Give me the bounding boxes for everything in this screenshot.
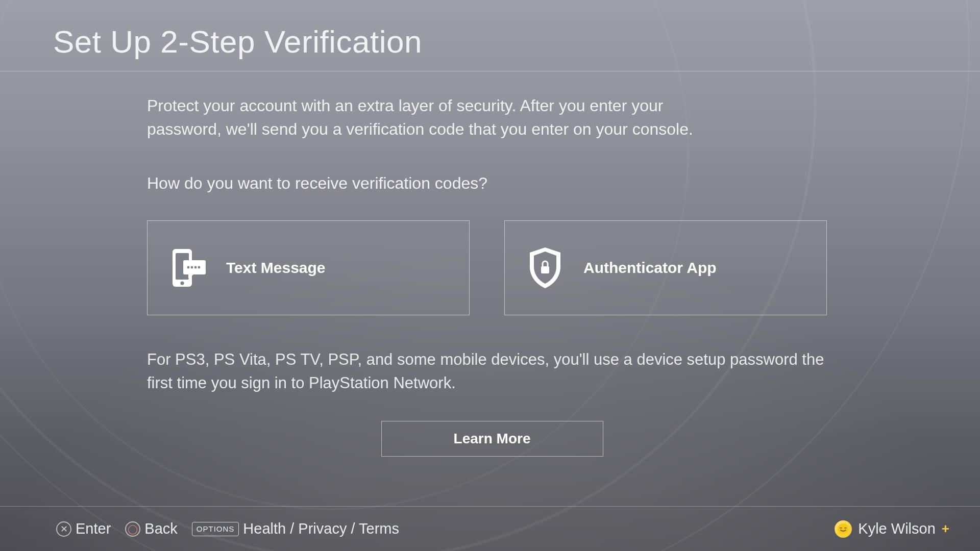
user-name: Kyle Wilson	[858, 520, 936, 537]
learn-more-button[interactable]: Learn More	[381, 421, 603, 457]
question-text: How do you want to receive verification …	[147, 174, 837, 193]
svg-rect-8	[541, 266, 549, 273]
user-chip[interactable]: Kyle Wilson +	[835, 520, 949, 538]
page-header: Set Up 2-Step Verification	[0, 0, 980, 71]
svg-point-6	[194, 266, 197, 268]
svg-point-7	[198, 266, 201, 268]
hint-options: OPTIONS Health / Privacy / Terms	[192, 520, 399, 537]
main-content: Protect your account with an extra layer…	[0, 71, 980, 506]
verification-options: Text Message Authenticator App	[147, 220, 837, 315]
hint-enter: ✕ Enter	[56, 520, 111, 537]
hint-legal-label: Health / Privacy / Terms	[243, 520, 399, 537]
device-note: For PS3, PS Vita, PS TV, PSP, and some m…	[147, 348, 826, 395]
svg-point-4	[187, 266, 190, 268]
phone-sms-icon	[166, 247, 210, 289]
svg-point-5	[191, 266, 193, 268]
learn-more-label: Learn More	[454, 431, 531, 447]
svg-point-2	[181, 281, 184, 285]
hint-enter-label: Enter	[76, 520, 111, 537]
shield-lock-icon	[523, 245, 567, 290]
option-authenticator-app[interactable]: Authenticator App	[504, 220, 827, 315]
option-label: Text Message	[226, 259, 326, 277]
options-pill-icon: OPTIONS	[192, 522, 239, 536]
option-text-message[interactable]: Text Message	[147, 220, 470, 315]
hint-back: ◯ Back	[125, 520, 177, 537]
page-title: Set Up 2-Step Verification	[53, 23, 980, 60]
svg-point-9	[838, 523, 849, 535]
ps-plus-icon: +	[942, 521, 949, 537]
cross-icon: ✕	[56, 521, 71, 537]
avatar-icon	[835, 520, 852, 538]
circle-icon: ◯	[125, 521, 140, 537]
option-label: Authenticator App	[583, 259, 717, 277]
hint-back-label: Back	[144, 520, 177, 537]
intro-text: Protect your account with an extra layer…	[147, 94, 708, 141]
footer-bar: ✕ Enter ◯ Back OPTIONS Health / Privacy …	[0, 506, 980, 551]
